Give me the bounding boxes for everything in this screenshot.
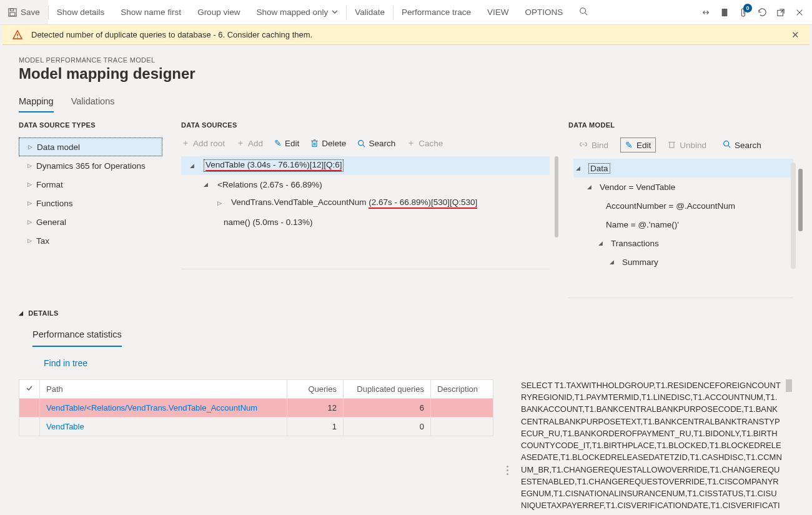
- delete-button[interactable]: Delete: [310, 139, 346, 148]
- queries-cell: 1: [287, 418, 344, 436]
- options-menu[interactable]: OPTIONS: [517, 0, 572, 24]
- refresh-icon[interactable]: [757, 8, 767, 18]
- show-details-button[interactable]: Show details: [49, 0, 113, 24]
- desc-cell: [431, 418, 493, 436]
- edit-button[interactable]: ✎Edit: [274, 138, 299, 148]
- dm-node-accountnum[interactable]: AccountNumber = @.AccountNum: [573, 196, 793, 215]
- types-item-tax[interactable]: ▷ Tax: [19, 231, 162, 250]
- collapse-icon[interactable]: ◢: [585, 184, 593, 190]
- performance-trace-button[interactable]: Performance trace: [394, 0, 479, 24]
- collapse-icon[interactable]: ◢: [596, 240, 605, 246]
- details-tab-strip: Performance statistics: [19, 326, 793, 347]
- pencil-icon: ✎: [274, 138, 282, 148]
- ds-node-namefn[interactable]: ▷ name() (5.0ms - 0.13%): [181, 212, 550, 231]
- dup-cell: 6: [344, 399, 431, 418]
- search-button[interactable]: Search: [357, 139, 395, 148]
- add-button: ＋Add: [236, 138, 263, 149]
- edit-button[interactable]: ✎Edit: [620, 138, 656, 152]
- office-icon[interactable]: [720, 8, 730, 18]
- svg-rect-5: [722, 8, 728, 16]
- svg-rect-18: [670, 142, 674, 148]
- ds-node-vendtrans[interactable]: ▷ VendTrans.VendTable_AccountNum (2.67s …: [181, 194, 550, 212]
- view-menu[interactable]: VIEW: [479, 0, 517, 24]
- data-model-heading: DATA MODEL: [568, 121, 793, 129]
- save-icon: [8, 8, 17, 17]
- path-link[interactable]: VendTable: [46, 422, 84, 431]
- scrollbar-track: [791, 162, 796, 269]
- col-queries[interactable]: Queries: [287, 380, 344, 399]
- data-sources-tree: ◢ VendTable (3.04s - 76.16%)[12][Q:6] ◢ …: [181, 156, 550, 231]
- find-in-tree-link[interactable]: Find in tree: [44, 358, 793, 368]
- path-link[interactable]: VendTable/<Relations/VendTrans.VendTable…: [46, 403, 257, 412]
- dm-node-label: AccountNumber = @.AccountNum: [606, 201, 735, 211]
- svg-point-20: [724, 141, 729, 146]
- col-duplicated[interactable]: Duplicated queries: [344, 380, 431, 399]
- collapse-icon[interactable]: ◢: [19, 310, 23, 316]
- data-source-types-panel: DATA SOURCE TYPES ▷ Data model ▷ Dynamic…: [19, 121, 162, 298]
- tab-performance-statistics[interactable]: Performance statistics: [32, 326, 122, 347]
- svg-point-10: [17, 37, 18, 38]
- scrollbar[interactable]: [798, 169, 803, 231]
- validate-button[interactable]: Validate: [347, 0, 393, 24]
- save-label: Save: [21, 8, 40, 17]
- search-button[interactable]: Search: [718, 138, 766, 152]
- expander-icon[interactable]: ▷: [28, 144, 37, 150]
- scrollbar[interactable]: [555, 156, 558, 238]
- types-item-general[interactable]: ▷ General: [19, 212, 162, 231]
- dm-node-label: Name = @.'name()': [606, 220, 679, 229]
- table-row[interactable]: VendTable/<Relations/VendTrans.VendTable…: [19, 399, 493, 418]
- expander-icon[interactable]: ▷: [27, 181, 36, 188]
- table-row[interactable]: VendTable 1 0: [19, 418, 493, 436]
- tab-validations[interactable]: Validations: [71, 92, 115, 112]
- collapse-icon[interactable]: ◢: [607, 259, 616, 265]
- col-description[interactable]: Description: [431, 380, 493, 399]
- scrollbar[interactable]: [786, 379, 792, 392]
- types-item-data-model[interactable]: ▷ Data model: [19, 138, 162, 156]
- chevron-down-icon: [332, 8, 338, 17]
- expander-icon[interactable]: ▷: [27, 238, 36, 244]
- svg-line-17: [363, 144, 365, 146]
- group-view-button[interactable]: Group view: [189, 0, 248, 24]
- details-section: ◢ DETAILS Performance statistics Find in…: [0, 303, 812, 368]
- cache-button: ＋Cache: [407, 138, 443, 149]
- notification-close-icon[interactable]: ✕: [791, 29, 800, 41]
- dm-node-vendor[interactable]: ◢ Vendor = VendTable: [573, 178, 793, 196]
- expander-icon[interactable]: ▷: [27, 200, 36, 206]
- performance-table: Path Queries Duplicated queries Descript…: [19, 379, 493, 436]
- col-path[interactable]: Path: [40, 380, 287, 399]
- save-button[interactable]: Save: [0, 0, 48, 24]
- ds-node-vendtable[interactable]: ◢ VendTable (3.04s - 76.16%)[12][Q:6]: [181, 156, 550, 175]
- col-check[interactable]: [19, 380, 40, 399]
- attachments-icon[interactable]: 0: [738, 8, 748, 18]
- dm-node-name[interactable]: Name = @.'name()': [573, 215, 793, 234]
- types-item-format[interactable]: ▷ Format: [19, 175, 162, 194]
- ds-node-relations[interactable]: ◢ <Relations (2.67s - 66.89%): [181, 175, 550, 194]
- dm-node-label: Summary: [622, 258, 658, 267]
- popout-icon[interactable]: [776, 8, 786, 18]
- close-icon[interactable]: [795, 8, 805, 18]
- divider: [568, 298, 793, 298]
- dm-node-transactions[interactable]: ◢ Transactions: [573, 234, 793, 252]
- types-item-functions[interactable]: ▷ Functions: [19, 194, 162, 212]
- expander-icon[interactable]: ▷: [215, 200, 224, 206]
- details-header[interactable]: ◢ DETAILS: [19, 309, 793, 317]
- plus-icon: ＋: [236, 138, 245, 149]
- splitter-handle[interactable]: [506, 417, 508, 515]
- search-icon: [357, 139, 365, 148]
- collapse-icon[interactable]: ◢: [573, 165, 582, 171]
- sql-preview-pane: SELECT T1.TAXWITHHOLDGROUP,T1.RESIDENCEF…: [521, 379, 793, 515]
- expander-icon[interactable]: ▷: [27, 219, 36, 225]
- show-mapped-only-dropdown[interactable]: Show mapped only: [248, 0, 346, 24]
- dm-node-summary[interactable]: ◢ Summary: [573, 252, 793, 271]
- types-item-d365[interactable]: ▷ Dynamics 365 for Operations: [19, 156, 162, 175]
- collapse-icon[interactable]: ◢: [201, 181, 210, 188]
- link-icon[interactable]: [701, 8, 711, 18]
- search-button[interactable]: [571, 0, 596, 24]
- tab-mapping[interactable]: Mapping: [19, 92, 54, 112]
- expander-icon[interactable]: ▷: [27, 162, 36, 169]
- collapse-icon[interactable]: ◢: [187, 162, 196, 169]
- show-name-first-button[interactable]: Show name first: [112, 0, 189, 24]
- warning-icon: [12, 30, 22, 40]
- dm-node-data[interactable]: ◢ Data: [573, 159, 793, 178]
- main-columns: DATA SOURCE TYPES ▷ Data model ▷ Dynamic…: [0, 112, 812, 298]
